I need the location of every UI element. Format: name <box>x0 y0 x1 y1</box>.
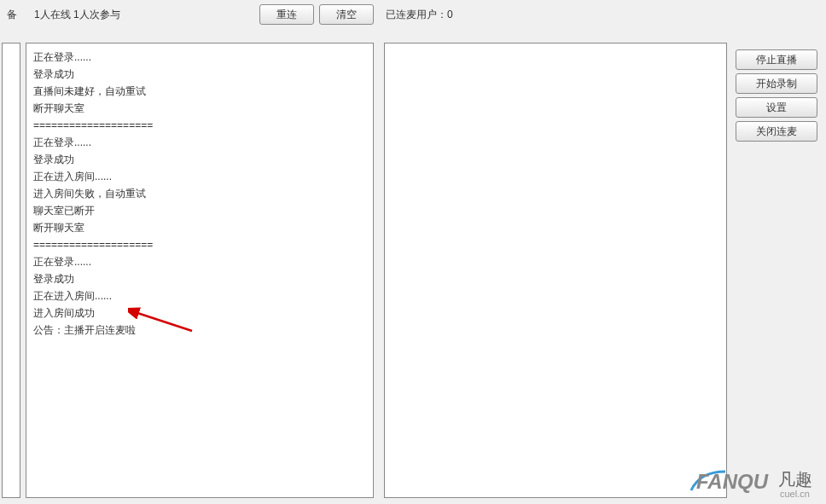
start-record-button[interactable]: 开始录制 <box>736 73 817 94</box>
reconnect-button[interactable]: 重连 <box>259 4 314 25</box>
connected-users-text: 已连麦用户： <box>386 9 447 20</box>
main-area: 正在登录...... 登录成功 直播间未建好，自动重试 断开聊天室 ======… <box>0 43 826 504</box>
stop-live-button[interactable]: 停止直播 <box>736 49 817 70</box>
log-line: 断开聊天室 <box>33 219 366 236</box>
log-line: 进入房间成功 <box>33 304 366 322</box>
log-line: 聊天室已断开 <box>33 202 366 219</box>
log-line: 登录成功 <box>33 151 366 168</box>
middle-panel <box>384 43 727 498</box>
log-line: 直播间未建好，自动重试 <box>33 83 366 100</box>
log-line: 正在进入房间...... <box>33 168 366 185</box>
connected-users-count: 0 <box>447 9 453 20</box>
close-mic-button[interactable]: 关闭连麦 <box>736 121 817 142</box>
log-line: 正在登录...... <box>33 49 366 66</box>
left-strip-panel <box>2 43 20 498</box>
log-line: 公告：主播开启连麦啦 <box>33 322 366 339</box>
log-line: 断开聊天室 <box>33 100 366 117</box>
status-prefix: 备 <box>7 8 17 22</box>
log-line: 登录成功 <box>33 270 366 287</box>
online-status: 1人在线 1人次参与 <box>34 8 120 22</box>
log-panel[interactable]: 正在登录...... 登录成功 直播间未建好，自动重试 断开聊天室 ======… <box>26 43 374 498</box>
log-line: 登录成功 <box>33 66 366 83</box>
right-button-column: 停止直播 开始录制 设置 关闭连麦 <box>736 43 821 142</box>
log-line: 进入房间失败，自动重试 <box>33 185 366 202</box>
log-line: 正在登录...... <box>33 253 366 270</box>
log-line: ==================== <box>33 117 366 134</box>
log-line: 正在进入房间...... <box>33 287 366 304</box>
top-button-group: 重连 清空 <box>259 4 374 25</box>
top-bar: 备 1人在线 1人次参与 重连 清空 已连麦用户：0 <box>0 0 826 29</box>
log-line: 正在登录...... <box>33 134 366 151</box>
log-line: ==================== <box>33 236 366 253</box>
settings-button[interactable]: 设置 <box>736 97 817 118</box>
connected-users-label: 已连麦用户：0 <box>386 8 453 22</box>
clear-button[interactable]: 清空 <box>319 4 374 25</box>
